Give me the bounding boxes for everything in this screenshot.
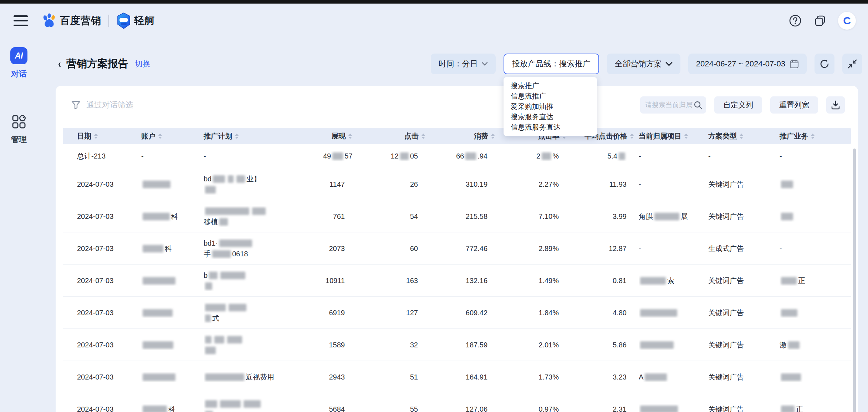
dropdown-option[interactable]: 信息流推广	[504, 91, 597, 101]
cell-text: 关键词广告	[708, 277, 744, 285]
download-button[interactable]	[826, 96, 845, 114]
sort-arrows-icon[interactable]	[94, 134, 98, 139]
sort-arrows-icon[interactable]	[684, 134, 688, 139]
dropdown-option[interactable]: 搜索服务直达	[504, 112, 597, 122]
cell-text: 2024-07-03	[77, 212, 113, 220]
sort-arrows-icon[interactable]	[422, 134, 425, 139]
column-header-label: 当前归属项目	[639, 131, 681, 141]
redacted-blur	[219, 240, 252, 247]
windows-copy-icon[interactable]	[813, 14, 827, 28]
collapse-button[interactable]	[842, 54, 862, 74]
cell-text: 2.89%	[538, 245, 559, 252]
cell-text: 关键词广告	[708, 180, 744, 188]
sort-arrows-icon[interactable]	[630, 134, 634, 139]
cell-text: 164.91	[466, 373, 487, 381]
switch-report-link[interactable]: 切换	[135, 59, 150, 69]
column-header-plan_type[interactable]: 方案类型	[708, 131, 780, 141]
sort-arrows-icon[interactable]	[740, 134, 743, 139]
qingge-logo-icon	[116, 12, 131, 29]
cell-text: 关键词广告	[708, 309, 744, 317]
cell-plan: bd1·手0618	[204, 238, 323, 259]
column-header-account[interactable]: 账户	[141, 131, 204, 141]
product-line-options: 搜索推广信息流推广爱采购加油推搜索服务直达信息流服务直达	[504, 77, 597, 136]
column-header-clicks[interactable]: 点击	[357, 131, 430, 141]
brand-secondary-text: 轻舸	[134, 14, 155, 27]
cell-plan_type: -	[708, 151, 780, 161]
search-icon	[693, 100, 703, 110]
redacted-blur	[143, 277, 175, 285]
column-header-label: 日期	[77, 131, 91, 141]
cell-clicks: 26	[357, 179, 430, 190]
cell-clicks: 60	[357, 243, 430, 254]
page-header: ‹ 营销方案报告 切换 时间：分日 投放产品线：搜索推广 搜索推广信息流推广爱采…	[58, 54, 862, 74]
time-granularity-dropdown[interactable]: 时间：分日	[431, 54, 496, 74]
cell-cpc: 11.93	[571, 179, 639, 190]
cell-business: 正	[780, 275, 851, 286]
column-header-project[interactable]: 当前归属项目	[639, 131, 708, 141]
user-avatar[interactable]: C	[838, 12, 856, 30]
avatar-letter: C	[843, 15, 851, 27]
cell-ctr: 0.97%	[500, 404, 571, 412]
dropdown-option[interactable]: 爱采购加油推	[504, 101, 597, 112]
cell-plan_type: 关键词广告	[708, 340, 780, 350]
cell-date: 2024-07-03	[63, 404, 141, 412]
date-range-picker[interactable]: 2024-06-27 ~ 2024-07-03	[688, 54, 807, 74]
cell-business	[780, 307, 851, 318]
sort-arrows-icon[interactable]	[491, 134, 495, 139]
cell-text: 132.16	[466, 277, 487, 285]
cell-account	[141, 372, 204, 382]
cell-text: 12	[391, 152, 399, 160]
marketing-plan-dropdown[interactable]: 全部营销方案	[607, 54, 680, 74]
refresh-button[interactable]	[815, 54, 834, 74]
sidebar-item-chat[interactable]: AI 对话	[10, 47, 27, 79]
cell-text: 609.42	[466, 309, 487, 317]
product-line-dropdown[interactable]: 投放产品线：搜索推广 搜索推广信息流推广爱采购加油推搜索服务直达信息流服务直达	[504, 54, 599, 74]
project-search-input[interactable]: 请搜索当前归属项	[640, 96, 706, 114]
cell-text: 127	[406, 309, 418, 317]
cell-text: 2943	[329, 373, 345, 381]
search-placeholder: 请搜索当前归属项	[645, 100, 693, 110]
cell-impressions: 4957	[323, 151, 357, 161]
cell-text: 科	[168, 405, 175, 412]
table-row: 2024-07-03科移植76154215.587.10%3.99角膜展关键词广…	[63, 200, 851, 232]
calendar-icon	[790, 59, 799, 69]
redacted-blur	[400, 152, 409, 160]
help-icon[interactable]	[788, 14, 802, 28]
sort-arrows-icon[interactable]	[811, 134, 815, 139]
column-header-plan[interactable]: 推广计划	[204, 131, 323, 141]
sort-arrows-icon[interactable]	[235, 134, 239, 139]
cell-clicks: 1205	[357, 151, 430, 161]
column-header-business[interactable]: 推广业务	[780, 131, 851, 141]
cell-business: -	[780, 243, 851, 254]
cell-impressions: 1589	[323, 340, 357, 350]
cell-cpc: 5.4	[571, 151, 639, 161]
vertical-scrollbar[interactable]	[853, 149, 856, 412]
table-total-row: 总计-213--4957120566.942%5.4---	[63, 144, 851, 168]
customize-columns-button[interactable]: 自定义列	[714, 96, 762, 114]
table-row: 2024-07-03158932187.592.01%5.86关键词广告激	[63, 329, 851, 361]
redacted-blur	[640, 406, 678, 412]
dropdown-option[interactable]: 信息流服务直达	[504, 122, 597, 132]
cell-cost: 215.58	[430, 211, 500, 222]
cell-date: 2024-07-03	[63, 211, 141, 222]
sort-arrows-icon[interactable]	[348, 134, 352, 139]
cell-text: 7.10%	[538, 212, 559, 220]
cell-text: 6919	[329, 309, 345, 317]
hamburger-menu-icon[interactable]	[14, 15, 28, 26]
cell-text: 总计-213	[77, 152, 106, 160]
dropdown-option[interactable]: 搜索推广	[504, 81, 597, 91]
chat-filter-input[interactable]: 通过对话筛选	[71, 100, 133, 110]
cell-text: A	[639, 373, 643, 381]
column-header-date[interactable]: 日期	[63, 131, 141, 141]
reset-column-width-button[interactable]: 重置列宽	[770, 96, 818, 114]
table-row: 2024-07-03近视费用294351164.911.73%3.23A关键词广…	[63, 361, 851, 393]
chevron-down-icon	[665, 62, 673, 66]
column-header-cost[interactable]: 消费	[430, 131, 500, 141]
sidebar-item-manage[interactable]: 管理	[11, 114, 27, 145]
cell-text: 2024-07-03	[77, 277, 113, 285]
back-icon[interactable]: ‹	[58, 58, 61, 70]
column-header-impressions[interactable]: 展现	[323, 131, 357, 141]
sort-arrows-icon[interactable]	[158, 134, 162, 139]
cell-cost: 772.46	[430, 243, 500, 254]
cell-text: -	[780, 245, 782, 252]
